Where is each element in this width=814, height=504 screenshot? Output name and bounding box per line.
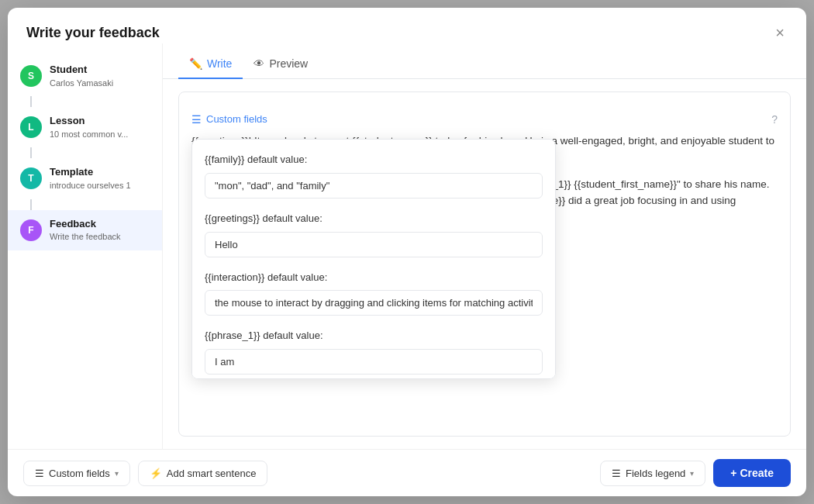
lesson-icon: L xyxy=(20,116,42,138)
sidebar-student-title: Student xyxy=(50,64,150,77)
sidebar: S Student Carlos Yamasaki L Lesson 10 mo… xyxy=(8,43,163,449)
write-tab-icon: ✏️ xyxy=(189,57,202,70)
main-content: ✏️ Write 👁 Preview ☰ Custom fields xyxy=(163,43,806,449)
field-group-greetings: {{greetings}} default value: xyxy=(205,211,543,257)
preview-tab-icon: 👁 xyxy=(254,57,264,70)
smart-sentence-button[interactable]: ⚡ Add smart sentence xyxy=(138,461,268,486)
custom-fields-footer-label: Custom fields xyxy=(49,468,110,479)
sidebar-feedback-subtitle: Write the feedback xyxy=(50,231,150,242)
smart-sentence-label: Add smart sentence xyxy=(167,468,257,479)
tab-write[interactable]: ✏️ Write xyxy=(178,50,243,79)
smart-sentence-icon: ⚡ xyxy=(150,468,162,479)
modal-footer: ☰ Custom fields ▾ ⚡ Add smart sentence ☰… xyxy=(8,449,806,496)
close-button[interactable]: × xyxy=(772,22,788,43)
sidebar-connector-2 xyxy=(30,147,32,158)
custom-fields-footer-icon: ☰ xyxy=(35,468,44,479)
sidebar-lesson-title: Lesson xyxy=(50,115,150,128)
fields-legend-label: Fields legend xyxy=(626,468,685,479)
modal-title: Write your feedback xyxy=(26,25,160,41)
tabs-bar: ✏️ Write 👁 Preview xyxy=(163,50,806,79)
sidebar-item-feedback[interactable]: F Feedback Write the feedback xyxy=(8,210,162,250)
custom-fields-list-icon: ☰ xyxy=(191,111,202,128)
custom-fields-label: Custom fields xyxy=(206,112,267,128)
sidebar-item-student[interactable]: S Student Carlos Yamasaki xyxy=(8,56,162,96)
field-phrase1-input[interactable] xyxy=(205,349,543,375)
fields-legend-icon: ☰ xyxy=(612,468,621,479)
student-icon: S xyxy=(20,65,42,87)
fields-legend-button[interactable]: ☰ Fields legend ▾ xyxy=(600,461,705,486)
modal-header: Write your feedback × xyxy=(8,8,806,43)
sidebar-lesson-subtitle: 10 most common v... xyxy=(50,129,150,140)
sidebar-template-title: Template xyxy=(50,166,150,179)
field-greetings-label: {{greetings}} default value: xyxy=(205,211,543,227)
tab-preview-label: Preview xyxy=(269,57,308,70)
help-icon[interactable]: ? xyxy=(771,111,778,128)
field-family-label: {{family}} default value: xyxy=(205,152,543,168)
sidebar-item-lesson[interactable]: L Lesson 10 most common v... xyxy=(8,107,162,147)
sidebar-student-subtitle: Carlos Yamasaki xyxy=(50,78,150,88)
field-family-input[interactable] xyxy=(205,173,543,198)
modal-overlay: Write your feedback × S Student Carlos Y… xyxy=(0,0,814,504)
custom-fields-bar[interactable]: ☰ Custom fields ? xyxy=(191,105,778,133)
modal: Write your feedback × S Student Carlos Y… xyxy=(8,8,806,496)
modal-body: S Student Carlos Yamasaki L Lesson 10 mo… xyxy=(8,43,806,449)
field-group-phrase1: {{phrase_1}} default value: xyxy=(205,328,543,375)
editor-text-block[interactable]: ☰ Custom fields ? {{family}} default val… xyxy=(178,91,791,437)
custom-fields-dropdown[interactable]: {{family}} default value: {{greetings}} … xyxy=(191,139,556,379)
create-button[interactable]: + Create xyxy=(713,459,791,487)
custom-fields-footer-button[interactable]: ☰ Custom fields ▾ xyxy=(23,461,130,486)
fields-legend-chevron-icon: ▾ xyxy=(690,469,694,478)
field-greetings-input[interactable] xyxy=(205,232,543,257)
field-group-family: {{family}} default value: xyxy=(205,152,543,198)
sidebar-connector-1 xyxy=(30,96,32,107)
sidebar-connector-3 xyxy=(30,199,32,210)
sidebar-item-template[interactable]: T Template introduce ourselves 1 xyxy=(8,158,162,198)
custom-fields-chevron-icon: ▾ xyxy=(115,469,119,478)
tab-preview[interactable]: 👁 Preview xyxy=(243,50,319,79)
field-group-interaction: {{interaction}} default value: xyxy=(205,270,543,316)
feedback-icon: F xyxy=(20,219,42,241)
field-phrase1-label: {{phrase_1}} default value: xyxy=(205,328,543,344)
editor-area: ☰ Custom fields ? {{family}} default val… xyxy=(163,79,806,449)
field-interaction-input[interactable] xyxy=(205,290,543,316)
tab-write-label: Write xyxy=(207,57,232,70)
template-icon: T xyxy=(20,167,42,189)
sidebar-template-subtitle: introduce ourselves 1 xyxy=(50,180,150,191)
field-interaction-label: {{interaction}} default value: xyxy=(205,270,543,286)
sidebar-feedback-title: Feedback xyxy=(50,218,150,231)
